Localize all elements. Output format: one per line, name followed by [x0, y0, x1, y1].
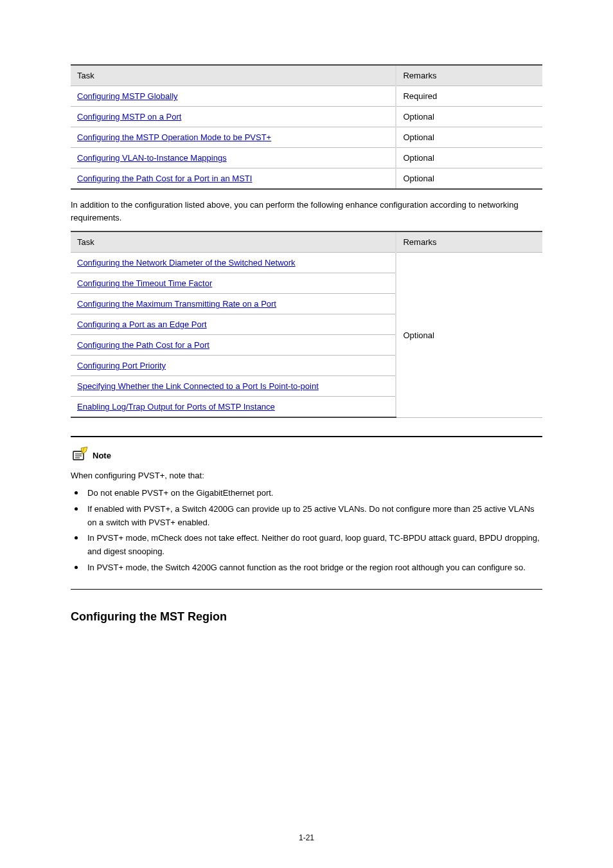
divider [71, 589, 542, 590]
table-header-task: Task [71, 231, 396, 253]
body-paragraph: In addition to the configuration listed … [71, 199, 542, 224]
list-item: If enabled with PVST+, a Switch 4200G ca… [87, 503, 542, 530]
note-intro: When configuring PVST+, note that: [71, 469, 542, 483]
task-link[interactable]: Configuring MSTP Globally [77, 91, 178, 101]
task-link[interactable]: Configuring Port Priority [77, 361, 166, 370]
table-row: Configuring the Path Cost for a Port in … [71, 168, 542, 190]
remarks-cell: Optional [396, 127, 542, 148]
task-link[interactable]: Configuring the Timeout Time Factor [77, 278, 212, 288]
task-link[interactable]: Configuring the MSTP Operation Mode to b… [77, 132, 271, 142]
config-tasks-table-2: Task Remarks Configuring the Network Dia… [71, 231, 542, 418]
task-link[interactable]: Configuring the Maximum Transmitting Rat… [77, 299, 276, 309]
table-row: Configuring MSTP on a Port Optional [71, 107, 542, 127]
note-label: Note [93, 451, 111, 460]
task-link[interactable]: Enabling Log/Trap Output for Ports of MS… [77, 402, 275, 411]
remarks-cell: Required [396, 86, 542, 107]
page-number: 1-21 [0, 833, 613, 842]
table-row: Configuring the MSTP Operation Mode to b… [71, 127, 542, 148]
list-item: Do not enable PVST+ on the GigabitEthern… [87, 487, 542, 500]
task-link[interactable]: Configuring VLAN-to-Instance Mappings [77, 153, 227, 163]
table-header-task: Task [71, 65, 396, 86]
divider [71, 436, 542, 437]
task-link[interactable]: Configuring the Path Cost for a Port in … [77, 174, 252, 183]
task-link[interactable]: Configuring the Path Cost for a Port [77, 340, 209, 350]
note-icon [71, 446, 89, 464]
table-row: Configuring the Network Diameter of the … [71, 253, 542, 273]
table-header-remarks: Remarks [396, 231, 542, 253]
config-tasks-table-1: Task Remarks Configuring MSTP Globally R… [71, 64, 542, 190]
list-item: In PVST+ mode, the Switch 4200G cannot f… [87, 561, 542, 575]
task-link[interactable]: Specifying Whether the Link Connected to… [77, 381, 319, 391]
note-callout: Note When configuring PVST+, note that: … [71, 436, 542, 590]
list-item: In PVST+ mode, mCheck does not take effe… [87, 532, 542, 559]
task-link[interactable]: Configuring the Network Diameter of the … [77, 258, 296, 267]
table-row: Configuring VLAN-to-Instance Mappings Op… [71, 148, 542, 168]
remarks-cell: Optional [396, 253, 542, 418]
table-header-remarks: Remarks [396, 65, 542, 86]
remarks-cell: Optional [396, 148, 542, 168]
task-link[interactable]: Configuring a Port as an Edge Port [77, 320, 207, 329]
table-row: Configuring MSTP Globally Required [71, 86, 542, 107]
task-link[interactable]: Configuring MSTP on a Port [77, 112, 181, 122]
remarks-cell: Optional [396, 168, 542, 190]
remarks-cell: Optional [396, 107, 542, 127]
section-heading: Configuring the MST Region [71, 610, 542, 624]
